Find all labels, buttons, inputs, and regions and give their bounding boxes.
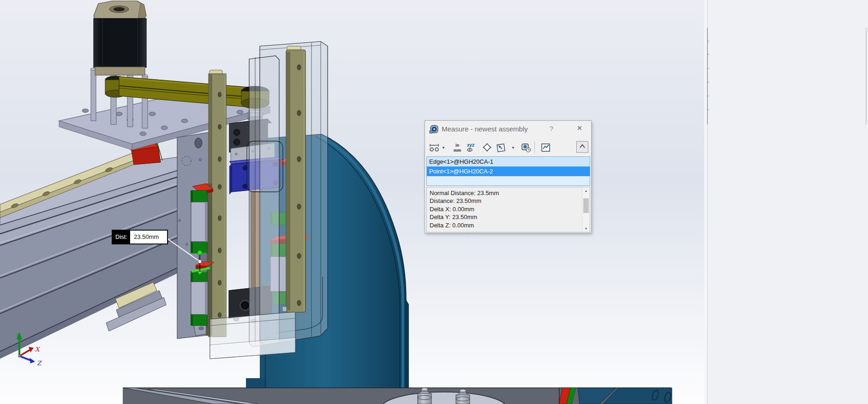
point-to-point-icon[interactable] — [495, 142, 506, 153]
result-normal-distance: Normal Distance: 23.5mm — [430, 189, 581, 197]
selection-item-edge[interactable]: Edge<1>@HGH20CA-1 — [427, 157, 590, 166]
scroll-down-arrow[interactable]: ▼ — [582, 225, 590, 232]
measure-toolbar: ▼ in mm xyz — [425, 138, 591, 157]
svg-text:xyz: xyz — [467, 143, 474, 148]
distance-callout-label: Dist: — [113, 231, 130, 244]
distance-callout: Dist: 23.50mm — [112, 230, 168, 244]
measure-dialog: Measure - newest assembly ? ✕ ▼ in mm xy… — [425, 120, 592, 233]
toolbar-separator — [534, 141, 535, 154]
measurement-results-panel: Normal Distance: 23.5mm Distance: 23.50m… — [426, 187, 590, 232]
stepper-motor[interactable] — [94, 1, 146, 75]
result-delta-y: Delta Y: 23.50mm — [430, 213, 581, 221]
scroll-up-arrow[interactable]: ▲ — [582, 187, 590, 194]
close-button[interactable]: ✕ — [575, 124, 585, 134]
dialog-title: Measure - newest assembly — [442, 125, 528, 133]
leader-anchor-dot — [198, 260, 202, 263]
result-delta-x: Delta X: 0.00mm — [430, 205, 581, 213]
collapse-dialog-button[interactable] — [576, 141, 588, 153]
measurement-history-icon[interactable] — [521, 142, 532, 153]
projected-on-icon[interactable] — [482, 142, 493, 153]
measure-flyout-caret[interactable]: ▼ — [442, 146, 445, 150]
show-xyz-measurements-icon[interactable]: xyz — [466, 142, 477, 153]
create-sensor-icon[interactable] — [540, 142, 551, 153]
right-guide-rail[interactable] — [282, 46, 305, 312]
scroll-thumb[interactable] — [583, 198, 589, 213]
selection-item-point[interactable]: Point<1>@HGH20CA-2 — [427, 166, 590, 176]
svg-text:in: in — [455, 143, 459, 148]
result-delta-z: Delta Z: 0.00mm — [430, 221, 581, 229]
selected-point-marker[interactable] — [198, 250, 202, 255]
svg-text:mm: mm — [454, 148, 461, 153]
arc-circle-measurements-icon[interactable] — [429, 142, 440, 153]
distance-callout-value[interactable]: 23.50mm — [130, 231, 167, 244]
application-window: X Y Z Dist: 23.50mm Measure - newest ass… — [0, 0, 868, 404]
measure-dialog-titlebar[interactable]: Measure - newest assembly ? ✕ — [425, 121, 591, 138]
selection-listbox[interactable]: Edge<1>@HGH20CA-1 Point<1>@HGH20CA-2 — [426, 156, 590, 186]
machine-base[interactable] — [123, 388, 672, 404]
help-button[interactable]: ? — [547, 125, 556, 134]
results-scrollbar[interactable]: ▲ ▼ — [582, 187, 590, 232]
point-to-point-flyout-caret[interactable]: ▼ — [511, 146, 515, 150]
result-distance: Distance: 23.50mm — [430, 197, 581, 205]
units-precision-icon[interactable]: in mm — [452, 142, 463, 153]
tape-measure-icon — [429, 125, 439, 137]
right-panel-edge — [704, 0, 868, 404]
